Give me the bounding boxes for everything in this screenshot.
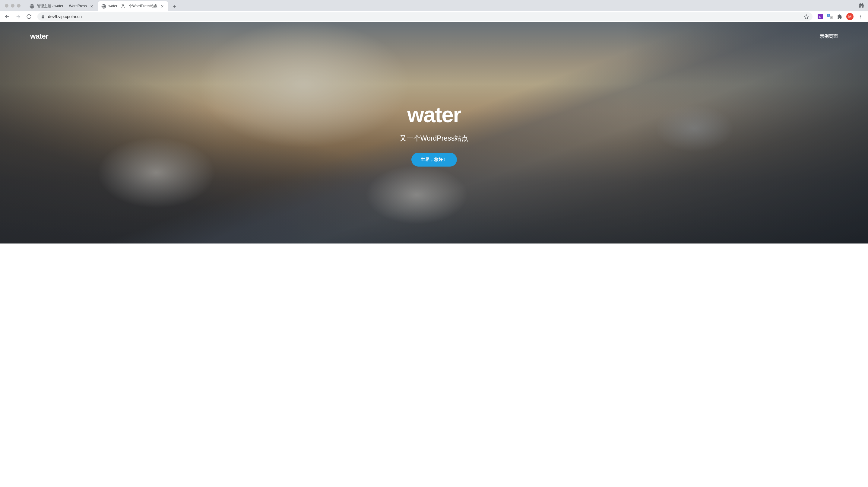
tab-title: 管理主题 ‹ water — WordPress [37, 4, 87, 9]
hero-title: water [407, 102, 461, 127]
tabs-container: 管理主题 ‹ water — WordPress water – 又一个Word… [26, 0, 179, 11]
browser-toolbar: dev9.vip.cpolar.cn N 文A M [0, 11, 868, 22]
svg-point-10 [861, 15, 861, 16]
url-text: dev9.vip.cpolar.cn [48, 14, 801, 19]
hero-cta-button[interactable]: 世界，您好！ [411, 153, 457, 166]
star-icon[interactable] [804, 14, 809, 19]
close-icon[interactable] [89, 4, 94, 9]
new-tab-button[interactable] [170, 2, 179, 10]
window-close-button[interactable] [5, 4, 8, 7]
incognito-icon [858, 3, 864, 8]
close-icon[interactable] [160, 4, 165, 9]
svg-point-3 [862, 6, 864, 7]
globe-icon [30, 4, 34, 9]
window-maximize-button[interactable] [17, 4, 21, 7]
svg-point-12 [861, 18, 861, 19]
lock-icon [41, 15, 45, 19]
tab-title: water – 又一个WordPress站点 [108, 4, 157, 9]
svg-point-11 [861, 16, 861, 17]
svg-text:N: N [819, 15, 821, 19]
page-content: water 示例页面 water 又一个WordPress站点 世界，您好！ [0, 22, 868, 243]
kebab-menu-icon[interactable] [856, 12, 866, 22]
browser-tab-strip: 管理主题 ‹ water — WordPress water – 又一个Word… [0, 0, 868, 11]
extension-translate-icon[interactable]: 文A [826, 12, 834, 21]
profile-initial: M [848, 14, 852, 19]
extensions-puzzle-icon[interactable] [835, 12, 844, 21]
svg-point-2 [859, 6, 861, 7]
window-minimize-button[interactable] [11, 4, 14, 7]
window-controls [2, 0, 24, 11]
back-button[interactable] [2, 12, 12, 22]
globe-icon [101, 4, 106, 9]
profile-avatar[interactable]: M [846, 13, 854, 20]
svg-text:文: 文 [828, 14, 830, 17]
reload-button[interactable] [24, 12, 34, 22]
address-bar[interactable]: dev9.vip.cpolar.cn [37, 12, 812, 21]
hero-tagline: 又一个WordPress站点 [400, 134, 468, 143]
tab-water-site[interactable]: water – 又一个WordPress站点 [98, 1, 168, 11]
extension-onenote-icon[interactable]: N [816, 12, 825, 21]
forward-button[interactable] [13, 12, 23, 22]
tab-wordpress-admin[interactable]: 管理主题 ‹ water — WordPress [26, 1, 98, 11]
svg-text:A: A [830, 16, 832, 19]
hero-content: water 又一个WordPress站点 世界，您好！ [0, 24, 868, 243]
